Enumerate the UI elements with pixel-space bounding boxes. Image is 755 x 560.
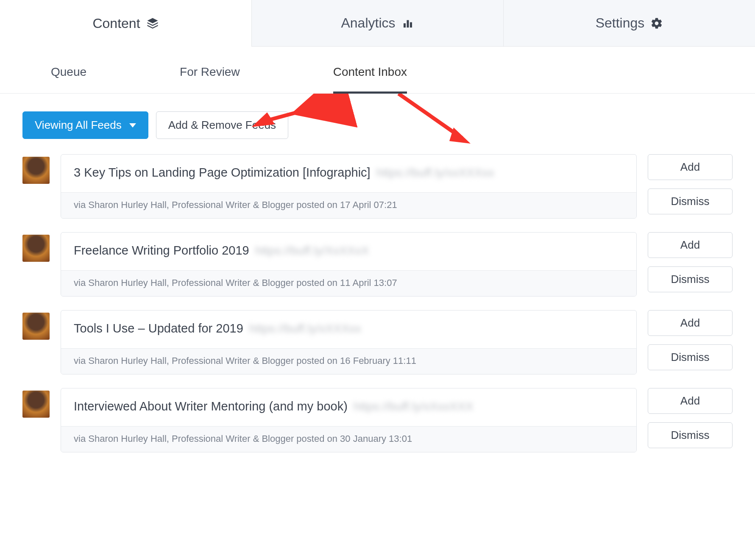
item-title: Tools I Use – Updated for 2019: [74, 322, 243, 335]
tab-queue[interactable]: Queue: [34, 55, 103, 93]
tab-analytics[interactable]: Analytics: [252, 0, 504, 47]
add-button[interactable]: Add: [648, 388, 733, 414]
item-link: https://buff.ly/XxXXxX: [255, 244, 369, 258]
add-button[interactable]: Add: [648, 310, 733, 336]
tab-analytics-label: Analytics: [341, 15, 395, 31]
item-meta: via Sharon Hurley Hall, Professional Wri…: [61, 192, 636, 218]
tab-content-inbox-label: Content Inbox: [333, 65, 407, 78]
item-meta: via Sharon Hurley Hall, Professional Wri…: [61, 426, 636, 452]
feed-item: Tools I Use – Updated for 2019 https://b…: [22, 310, 733, 374]
tab-settings-label: Settings: [596, 15, 645, 31]
controls-row: Viewing All Feeds Add & Remove Feeds: [0, 94, 755, 147]
svg-rect-0: [404, 23, 406, 28]
layers-icon: [146, 17, 159, 30]
item-title: Freelance Writing Portfolio 2019: [74, 244, 249, 258]
feed-item: Freelance Writing Portfolio 2019 https:/…: [22, 232, 733, 297]
content-card[interactable]: Interviewed About Writer Mentoring (and …: [61, 388, 637, 452]
item-link: https://buff.ly/xxXXXxx: [376, 166, 494, 180]
content-card[interactable]: Freelance Writing Portfolio 2019 https:/…: [61, 232, 637, 297]
feed-item: 3 Key Tips on Landing Page Optimization …: [22, 154, 733, 219]
bar-chart-icon: [401, 17, 414, 30]
tab-for-review-label: For Review: [180, 65, 240, 78]
dismiss-button[interactable]: Dismiss: [648, 189, 733, 214]
feed-item: Interviewed About Writer Mentoring (and …: [22, 388, 733, 452]
item-actions: Add Dismiss: [648, 310, 733, 370]
tab-content-label: Content: [92, 16, 140, 31]
avatar: [22, 235, 50, 262]
avatar: [22, 157, 50, 184]
sub-tabs: Queue For Review Content Inbox: [0, 47, 755, 94]
add-remove-feeds-button[interactable]: Add & Remove Feeds: [156, 111, 288, 139]
main-tabs: Content Analytics Settings: [0, 0, 755, 47]
svg-line-4: [398, 94, 462, 138]
dismiss-button[interactable]: Dismiss: [648, 422, 733, 448]
tab-content-inbox[interactable]: Content Inbox: [316, 55, 424, 93]
dismiss-button[interactable]: Dismiss: [648, 266, 733, 292]
add-button[interactable]: Add: [648, 232, 733, 258]
item-title: 3 Key Tips on Landing Page Optimization …: [74, 166, 371, 180]
feed-list: 3 Key Tips on Landing Page Optimization …: [0, 147, 755, 463]
item-actions: Add Dismiss: [648, 388, 733, 448]
svg-rect-2: [410, 22, 412, 28]
tab-settings[interactable]: Settings: [504, 0, 755, 47]
item-title: Interviewed About Writer Mentoring (and …: [74, 399, 348, 413]
item-link: https://buff.ly/xXxxXXX: [354, 400, 474, 413]
dismiss-button[interactable]: Dismiss: [648, 344, 733, 370]
item-actions: Add Dismiss: [648, 232, 733, 292]
item-actions: Add Dismiss: [648, 154, 733, 214]
tab-for-review[interactable]: For Review: [163, 55, 257, 93]
avatar: [22, 313, 50, 340]
viewing-all-feeds-dropdown[interactable]: Viewing All Feeds: [22, 111, 148, 139]
svg-rect-1: [407, 20, 409, 28]
avatar: [22, 391, 50, 418]
chevron-down-icon: [129, 123, 136, 128]
item-meta: via Sharon Hurley Hall, Professional Wri…: [61, 270, 636, 296]
add-button[interactable]: Add: [648, 154, 733, 180]
tab-queue-label: Queue: [51, 65, 86, 78]
content-card[interactable]: Tools I Use – Updated for 2019 https://b…: [61, 310, 637, 374]
item-meta: via Sharon Hurley Hall, Professional Wri…: [61, 348, 636, 374]
content-card[interactable]: 3 Key Tips on Landing Page Optimization …: [61, 154, 637, 219]
tab-content[interactable]: Content: [0, 0, 252, 47]
viewing-all-feeds-label: Viewing All Feeds: [35, 119, 122, 132]
item-link: https://buff.ly/xXXXxx: [249, 322, 361, 335]
gear-icon: [650, 17, 663, 30]
add-remove-feeds-label: Add & Remove Feeds: [168, 119, 276, 132]
